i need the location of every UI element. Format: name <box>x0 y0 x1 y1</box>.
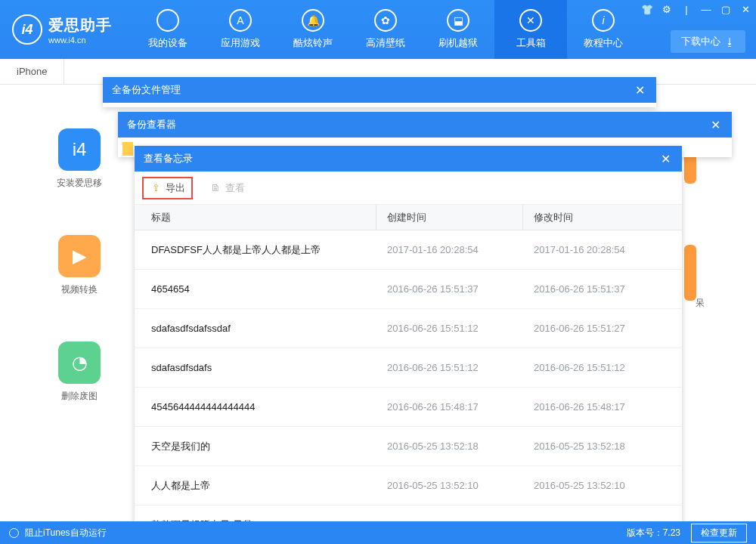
gear-icon[interactable]: ⚙ <box>661 3 673 15</box>
cell-created: 2017-01-16 20:28:54 <box>376 244 523 255</box>
logo-block: i4 爱思助手 www.i4.cn <box>0 14 124 45</box>
table-row[interactable]: 人人都是上帝2016-05-25 13:52:102016-05-25 13:5… <box>135 466 682 505</box>
app-header: i4 爱思助手 www.i4.cn 我的设备 A 应用游戏 🔔 酷炫铃声 ✿ 高… <box>0 0 756 59</box>
col-created-header[interactable]: 创建时间 <box>376 205 523 230</box>
cell-title: 4545644444444444444 <box>135 401 376 413</box>
table-row[interactable]: sdafasdfsdafs2016-06-26 15:51:122016-06-… <box>135 348 682 388</box>
modal2-title: 备份查看器 <box>127 118 176 131</box>
table-row[interactable]: 46546542016-06-26 15:51:372016-06-26 15:… <box>135 270 682 309</box>
logo-icon: i4 <box>12 14 42 45</box>
cell-title: sdafasdfsdafs <box>135 362 376 373</box>
col-title-header[interactable]: 标题 <box>135 205 376 230</box>
apple-icon <box>156 9 179 32</box>
nav-ringtone[interactable]: 🔔 酷炫铃声 <box>277 0 349 59</box>
window-controls: 👕 ⚙ | — ▢ ✕ <box>641 3 751 15</box>
nav-label: 酷炫铃声 <box>293 36 333 50</box>
minimize-button[interactable]: — <box>700 3 712 15</box>
view-button: 🗎 查看 <box>203 178 251 198</box>
peek-card-mid <box>684 245 696 301</box>
itunes-toggle-label[interactable]: 阻止iTunes自动运行 <box>25 527 107 539</box>
download-center-label: 下载中心 <box>681 35 720 48</box>
table-row[interactable]: DFASDFSF人人都是上帝人人都是上帝2017-01-16 20:28:542… <box>135 230 682 270</box>
check-update-button[interactable]: 检查更新 <box>691 524 747 542</box>
cell-modified: 2016-06-26 15:48:17 <box>523 401 682 413</box>
appstore-icon: A <box>229 9 252 32</box>
modal1-title: 全备份文件管理 <box>112 83 181 97</box>
side-label: 视频转换 <box>61 283 98 296</box>
nav-label: 教程中心 <box>584 36 623 50</box>
modal3-title: 查看备忘录 <box>144 152 193 165</box>
cell-title: 人人都是上帝 <box>135 479 376 493</box>
notes-toolbar: ⇪ 导出 🗎 查看 <box>135 172 682 205</box>
cell-title: 4654654 <box>135 283 376 295</box>
top-nav: 我的设备 A 应用游戏 🔔 酷炫铃声 ✿ 高清壁纸 ⬓ 刷机越狱 ✕ 工具箱 i… <box>132 0 640 59</box>
nav-my-device[interactable]: 我的设备 <box>132 0 204 59</box>
nav-toolbox[interactable]: ✕ 工具箱 <box>494 0 567 59</box>
cell-modified: 2016-06-26 15:51:37 <box>523 283 682 295</box>
nav-label: 应用游戏 <box>221 36 260 50</box>
cell-created: 2016-06-26 15:51:12 <box>376 362 523 373</box>
shirt-icon[interactable]: 👕 <box>641 3 653 15</box>
peek-label: 呆 <box>696 297 705 310</box>
divider: | <box>680 3 692 15</box>
cell-created: 2016-05-25 13:52:10 <box>376 480 523 491</box>
export-label: 导出 <box>166 181 185 195</box>
cell-title: DFASDFSF人人都是上帝人人都是上帝 <box>135 243 376 257</box>
modal1-close-button[interactable]: ✕ <box>632 82 647 97</box>
maximize-button[interactable]: ▢ <box>720 3 732 15</box>
modal3-close-button[interactable]: ✕ <box>658 151 673 166</box>
cell-modified: 2016-06-26 15:51:27 <box>523 323 682 334</box>
notes-table-body: DFASDFSF人人都是上帝人人都是上帝2017-01-16 20:28:542… <box>135 230 682 531</box>
table-row[interactable]: sdafasdfsdafssdaf2016-06-26 15:51:122016… <box>135 309 682 348</box>
nav-label: 刷机越狱 <box>438 36 478 50</box>
itunes-toggle-icon[interactable] <box>9 528 19 538</box>
download-center-button[interactable]: 下载中心 ⭳ <box>671 30 745 53</box>
col-modified-header[interactable]: 修改时间 <box>523 205 682 230</box>
cell-title: sdafasdfsdafssdaf <box>135 323 376 334</box>
view-icon: 🗎 <box>209 182 222 194</box>
side-card-video[interactable]: ▶ 视频转换 <box>45 235 113 296</box>
nav-flash[interactable]: ⬓ 刷机越狱 <box>422 0 494 59</box>
video-icon: ▶ <box>58 235 101 277</box>
cleanup-icon: ◔ <box>58 342 101 384</box>
close-button[interactable]: ✕ <box>739 3 751 15</box>
cell-modified: 2016-05-25 13:52:10 <box>523 480 682 491</box>
flower-icon: ✿ <box>374 9 397 32</box>
notes-table-header: 标题 创建时间 修改时间 <box>135 205 682 230</box>
brand-name: 爱思助手 <box>48 15 112 36</box>
cell-created: 2016-06-26 15:48:17 <box>376 401 523 413</box>
download-icon: ⭳ <box>725 36 735 48</box>
cell-title: 天空是我们的 <box>135 440 376 453</box>
cell-created: 2016-06-26 15:51:37 <box>376 283 523 295</box>
nav-wallpaper[interactable]: ✿ 高清壁纸 <box>349 0 422 59</box>
info-icon: i <box>592 9 615 32</box>
folder-strip-icon <box>122 142 133 156</box>
side-label: 删除废图 <box>61 390 98 403</box>
cell-modified: 2016-05-25 13:52:18 <box>523 440 682 452</box>
wrench-icon: ✕ <box>519 9 542 32</box>
modal-backup-files: 全备份文件管理 ✕ <box>103 77 656 107</box>
box-icon: ⬓ <box>447 9 469 32</box>
side-card-cleanup[interactable]: ◔ 删除废图 <box>45 342 113 403</box>
cell-modified: 2017-01-16 20:28:54 <box>523 244 682 255</box>
modal2-close-button[interactable]: ✕ <box>708 117 723 132</box>
nav-label: 工具箱 <box>516 36 546 50</box>
tab-iphone[interactable]: iPhone <box>0 59 64 84</box>
cell-created: 2016-05-25 13:52:18 <box>376 440 523 452</box>
bell-icon: 🔔 <box>302 9 324 32</box>
install-icon: i4 <box>58 128 101 171</box>
export-button[interactable]: ⇪ 导出 <box>142 177 193 199</box>
status-bar: 阻止iTunes自动运行 版本号：7.23 检查更新 <box>0 521 756 544</box>
nav-label: 高清壁纸 <box>366 36 405 50</box>
table-row[interactable]: 天空是我们的2016-05-25 13:52:182016-05-25 13:5… <box>135 427 682 466</box>
view-label: 查看 <box>225 181 245 195</box>
tool-sidebar: i4 安装爱思移 ▶ 视频转换 ◔ 删除废图 <box>45 128 113 403</box>
nav-apps[interactable]: A 应用游戏 <box>204 0 277 59</box>
nav-tutorial[interactable]: i 教程中心 <box>567 0 640 59</box>
brand-site: www.i4.cn <box>48 36 112 45</box>
export-icon: ⇪ <box>150 182 162 194</box>
table-row[interactable]: 45456444444444444442016-06-26 15:48:1720… <box>135 388 682 427</box>
cell-modified: 2016-06-26 15:51:12 <box>523 362 682 373</box>
side-card-install[interactable]: i4 安装爱思移 <box>45 128 113 190</box>
version-text: 版本号：7.23 <box>627 527 680 539</box>
